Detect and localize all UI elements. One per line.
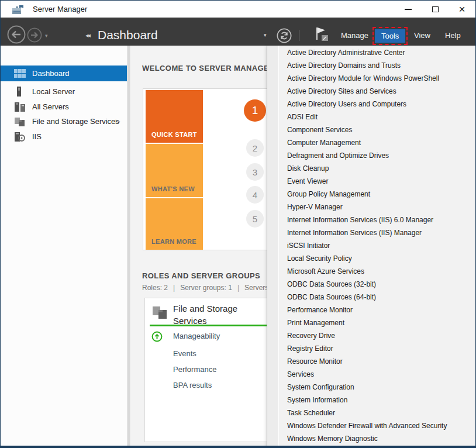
tools-menu-item[interactable]: Group Policy Management (267, 188, 475, 201)
sidebar: Dashboard Local Server All Servers (1, 46, 127, 446)
card-title[interactable]: File and Storage Services (173, 302, 237, 327)
sidebar-item-label: Local Server (32, 87, 75, 96)
step-2-badge: 2 (246, 139, 264, 157)
tools-highlight-annotation: Tools (372, 27, 408, 45)
tools-menu-item[interactable]: Internet Information Services (IIS) Mana… (267, 226, 475, 239)
tools-menu-item[interactable]: Active Directory Users and Computers (267, 98, 475, 111)
tools-menu-item[interactable]: Print Management (267, 316, 475, 329)
window-title: Server Manager (33, 5, 87, 13)
tools-menu-item[interactable]: Event Viewer (267, 175, 475, 188)
tools-menu-item[interactable]: Microsoft Azure Services (267, 265, 475, 278)
welcome-section-header: WELCOME TO SERVER MANAGE (142, 64, 269, 73)
minimize-button[interactable] (395, 1, 422, 18)
refresh-button[interactable] (277, 28, 292, 43)
tools-menu-item[interactable]: Resource Monitor (267, 355, 475, 368)
all-servers-icon (14, 102, 26, 112)
history-dropdown-icon[interactable]: ▾ (45, 33, 48, 39)
maximize-button[interactable] (422, 1, 449, 18)
tools-dropdown-menu: Active Directory Administrative CenterAc… (267, 46, 475, 448)
sidebar-item-label: File and Storage Services (32, 117, 119, 126)
title-bar: Server Manager × (1, 1, 475, 18)
sidebar-item-dashboard[interactable]: Dashboard (1, 66, 127, 81)
navigation-bar: ▾ ◂◂ Dashboard ▾ Manage Tools View Help (1, 18, 475, 46)
bpa-results-link[interactable]: BPA results (173, 381, 212, 391)
tools-menu-item[interactable]: Active Directory Administrative Center (267, 46, 475, 59)
tools-menu-item[interactable]: Recovery Drive (267, 329, 475, 342)
card-title-line1: File and Storage (173, 302, 237, 315)
notifications-flag-icon[interactable] (314, 26, 329, 43)
page-title: Dashboard (98, 28, 158, 42)
tools-menu-item[interactable]: ODBC Data Sources (32-bit) (267, 278, 475, 291)
tools-menu-item[interactable]: Disk Cleanup (267, 162, 475, 175)
back-button[interactable] (7, 25, 26, 44)
sidebar-item-all-servers[interactable]: All Servers (1, 99, 127, 114)
quick-start-label: QUICK START (151, 131, 197, 138)
servers-count: Servers (244, 284, 268, 292)
address-dropdown-icon[interactable]: ▾ (264, 32, 267, 38)
step-1-badge: 1 (244, 99, 266, 122)
step-5-badge: 5 (246, 210, 264, 228)
server-groups-count: Server groups: 1 (180, 284, 232, 292)
tools-menu-item[interactable]: ADSI Edit (267, 111, 475, 123)
sidebar-item-iis[interactable]: IIS (1, 129, 127, 144)
roles-section-header: ROLES AND SERVER GROUPS (142, 271, 260, 280)
learn-more-label: LEARN MORE (151, 238, 196, 245)
tools-menu-item[interactable]: Local Security Policy (267, 252, 475, 265)
tools-menu-item[interactable]: Active Directory Sites and Services (267, 85, 475, 98)
server-manager-window: Server Manager × ▾ ◂◂ Dashboard ▾ (0, 0, 476, 448)
collapse-breadcrumb-icon[interactable]: ◂◂ (85, 32, 89, 39)
tools-menu-item[interactable]: Task Scheduler (267, 406, 475, 419)
sidebar-item-label: IIS (32, 132, 42, 141)
file-storage-services-icon (14, 116, 26, 127)
forward-button[interactable] (27, 27, 42, 43)
summary-separator: | (168, 284, 180, 292)
close-icon: × (458, 4, 465, 15)
roles-count: Roles: 2 (142, 284, 168, 292)
tools-menu-item[interactable]: Active Directory Module for Windows Powe… (267, 72, 475, 85)
tools-menu-item[interactable]: System Configuration (267, 381, 475, 394)
step-4-badge: 4 (246, 186, 264, 204)
file-storage-services-icon (152, 305, 168, 321)
close-button[interactable]: × (449, 1, 475, 18)
tools-menu-item[interactable]: Windows Memory Diagnostic (267, 432, 475, 445)
events-link[interactable]: Events (173, 349, 196, 359)
tools-menu-item[interactable]: Active Directory Domains and Trusts (267, 59, 475, 72)
manageability-status-icon (151, 331, 163, 342)
roles-summary: Roles: 2|Server groups: 1|Servers (142, 284, 268, 292)
server-manager-app-icon (12, 5, 24, 15)
dashboard-grid-icon (14, 68, 26, 79)
performance-link[interactable]: Performance (173, 365, 216, 375)
menu-tools[interactable]: Tools (375, 29, 405, 43)
tools-menu-item[interactable]: Defragment and Optimize Drives (267, 149, 475, 162)
tools-menu-item[interactable]: ODBC Data Sources (64-bit) (267, 291, 475, 304)
learn-more-tab[interactable]: LEARN MORE (146, 198, 203, 250)
toolbar-separator (299, 30, 299, 41)
quick-start-tab[interactable]: QUICK START (146, 90, 203, 143)
sidebar-item-label: Dashboard (32, 69, 70, 78)
manageability-link[interactable]: Manageability (173, 332, 220, 342)
step-3-badge: 3 (246, 163, 264, 181)
minimize-icon (405, 9, 412, 10)
tools-menu-item[interactable]: Performance Monitor (267, 304, 475, 316)
tools-menu-item[interactable]: Computer Management (267, 136, 475, 149)
tools-menu-item[interactable]: Registry Editor (267, 342, 475, 355)
sidebar-item-label: All Servers (32, 102, 69, 111)
sidebar-item-local-server[interactable]: Local Server (1, 84, 127, 99)
tools-menu-item[interactable]: Internet Information Services (IIS) 6.0 … (267, 213, 475, 226)
summary-separator: | (232, 284, 244, 292)
tools-menu-item[interactable]: Hyper-V Manager (267, 201, 475, 213)
local-server-icon (14, 87, 26, 97)
sidebar-item-file-storage-services[interactable]: File and Storage Services ▷ (1, 114, 127, 129)
chevron-expand-icon[interactable]: ▷ (116, 118, 120, 125)
whats-new-tab[interactable]: WHAT'S NEW (146, 144, 203, 197)
tools-menu-item[interactable]: Windows Defender Firewall with Advanced … (267, 419, 475, 432)
iis-icon (14, 132, 26, 142)
maximize-icon (432, 6, 439, 12)
tools-menu-item[interactable]: System Information (267, 394, 475, 406)
whats-new-label: WHAT'S NEW (151, 185, 195, 192)
tools-menu-item[interactable]: Services (267, 368, 475, 381)
tools-menu-item[interactable]: iSCSI Initiator (267, 239, 475, 252)
tools-menu-list: Active Directory Administrative CenterAc… (267, 46, 475, 445)
tools-menu-item[interactable]: Component Services (267, 123, 475, 136)
